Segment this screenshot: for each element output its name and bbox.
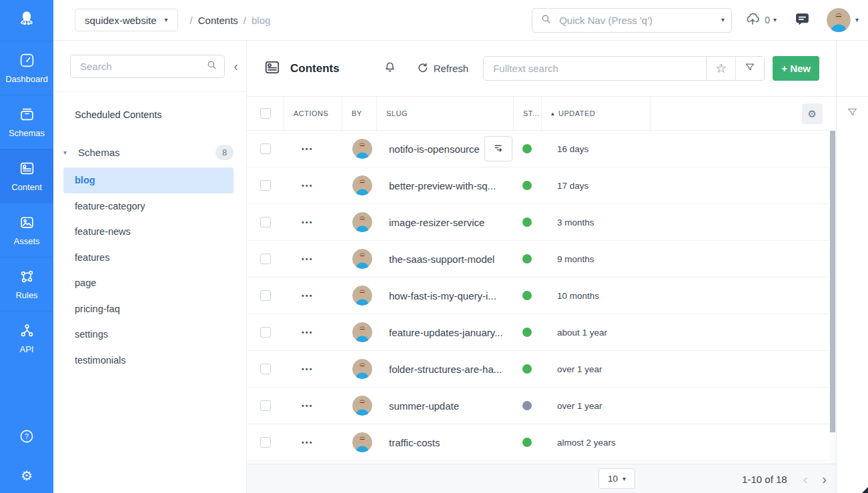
avatar <box>352 212 372 232</box>
header-actions: ACTIONS <box>284 97 342 130</box>
schema-item-label: testimonials <box>75 355 126 366</box>
schema-list-item[interactable]: feature-category <box>63 193 234 219</box>
schema-panel-body: Scheduled Contents ▾ Schemas 8 blogfeatu… <box>53 92 246 373</box>
row-checkbox[interactable] <box>260 290 271 301</box>
row-actions-menu[interactable]: ••• <box>284 255 314 263</box>
column-settings-button[interactable]: ⚙ <box>802 103 823 124</box>
table-row[interactable]: ••• how-fast-is-my-query-i... <box>247 278 829 314</box>
row-checkbox-cell <box>247 388 284 424</box>
row-checkbox[interactable] <box>260 143 271 154</box>
sidebar-item-rules[interactable]: Rules <box>0 257 53 311</box>
table-row[interactable]: ••• better-preview-with-sq... <box>247 167 829 204</box>
schema-item-label: pricing-faq <box>75 304 120 314</box>
row-slug-cell: the-saas-support-model <box>377 241 514 277</box>
schema-list-item[interactable]: feature-news <box>63 219 234 245</box>
sidebar-item-schemas[interactable]: Schemas <box>0 95 53 149</box>
table-row[interactable]: ••• notifo-is-opensource <box>247 131 829 167</box>
sidebar-item-content[interactable]: Content <box>0 149 53 203</box>
breadcrumb-section[interactable]: Contents <box>198 15 238 26</box>
collapse-panel-chevron[interactable]: ‹ <box>234 59 238 73</box>
table-row[interactable]: ••• the-saas-support-model <box>247 241 829 278</box>
scheduled-contents-link[interactable]: Scheduled Contents <box>63 109 234 120</box>
header-slug[interactable]: SLUG <box>377 97 514 130</box>
row-checkbox[interactable] <box>260 327 271 338</box>
fulltext-search-box[interactable] <box>483 56 707 81</box>
sidebar-item-assets[interactable]: Assets <box>0 203 53 257</box>
avatar <box>352 286 372 306</box>
sidebar-item-api[interactable]: API <box>0 311 53 365</box>
table-footer: 10 ▾ 1-10 of 18 ‹ › <box>247 464 836 493</box>
table-row[interactable]: ••• traffic-costs <box>247 424 829 461</box>
table-row[interactable]: ••• image-resizer-service <box>247 204 829 241</box>
row-actions-menu[interactable]: ••• <box>284 328 314 336</box>
schema-search-box[interactable] <box>70 55 225 78</box>
table-row[interactable]: ••• feature-updates-january... <box>247 314 829 351</box>
row-actions-menu[interactable]: ••• <box>284 438 314 446</box>
settings-gear-icon[interactable]: ⚙ <box>21 469 33 482</box>
schema-search-input[interactable] <box>79 60 201 73</box>
rail-filter-button[interactable] <box>845 106 861 121</box>
quick-nav-search[interactable]: ▾ <box>532 8 732 33</box>
fulltext-search-input[interactable] <box>492 62 698 75</box>
scrollbar-thumb[interactable] <box>830 131 835 432</box>
app-selector-dropdown[interactable]: squidex-website ▾ <box>75 9 178 31</box>
schema-list-item[interactable]: settings <box>63 322 234 348</box>
next-page-chevron[interactable]: › <box>822 472 827 486</box>
schema-list-item[interactable]: blog <box>63 167 234 193</box>
row-actions-cell: ••• <box>284 167 342 203</box>
schemas-count-badge: 8 <box>215 145 234 160</box>
squid-icon <box>17 9 37 32</box>
row-actions-menu[interactable]: ••• <box>284 402 314 410</box>
new-content-button[interactable]: + New <box>773 56 819 81</box>
status-dot <box>522 144 532 153</box>
window-resize-corner <box>862 487 868 493</box>
header-status[interactable]: ST... <box>514 97 542 130</box>
schema-list-item[interactable]: features <box>63 245 234 271</box>
notifications-bell-button[interactable] <box>384 60 396 77</box>
row-updated-cell: 3 months <box>542 204 650 240</box>
help-icon[interactable]: ? <box>19 428 35 447</box>
row-actions-menu[interactable]: ••• <box>284 181 314 189</box>
saved-queries-star-button[interactable]: ☆ <box>707 57 735 80</box>
row-checkbox[interactable] <box>260 217 271 227</box>
row-checkbox[interactable] <box>260 364 271 374</box>
page-size-select[interactable]: 10 ▾ <box>598 468 635 489</box>
refresh-button[interactable]: Refresh <box>416 61 469 75</box>
upload-status-dropdown[interactable]: 0 ▾ <box>744 11 777 29</box>
filter-button[interactable] <box>735 57 764 80</box>
feedback-chat-button[interactable] <box>794 11 811 30</box>
row-updated-cell: 9 months <box>542 241 650 277</box>
status-dot <box>522 291 532 300</box>
row-checkbox[interactable] <box>260 400 271 411</box>
row-actions-menu[interactable]: ••• <box>284 365 314 373</box>
schema-list-item[interactable]: testimonials <box>63 348 234 374</box>
row-actions-menu[interactable]: ••• <box>284 218 314 226</box>
squidex-logo[interactable] <box>0 0 53 41</box>
select-all-checkbox[interactable] <box>260 108 271 119</box>
status-dot <box>522 438 532 447</box>
row-actions-cell: ••• <box>284 424 342 460</box>
row-slug-cell: summer-update <box>377 388 514 424</box>
table-row[interactable]: ••• summer-update <box>247 388 829 424</box>
row-checkbox[interactable] <box>260 437 271 448</box>
table-row[interactable]: ••• folder-structures-are-ha... <box>247 351 829 388</box>
inline-edit-button[interactable] <box>484 136 512 161</box>
row-slug: notifo-is-opensource <box>389 143 480 155</box>
user-menu[interactable]: ▾ <box>827 8 868 32</box>
schema-item-label: blog <box>75 175 95 185</box>
previous-page-chevron[interactable]: ‹ <box>803 472 808 486</box>
schema-list-item[interactable]: page <box>63 270 234 296</box>
sidebar-item-dashboard[interactable]: Dashboard <box>0 41 53 95</box>
vertical-scrollbar[interactable] <box>829 131 836 464</box>
row-checkbox[interactable] <box>260 254 271 264</box>
header-updated[interactable]: ▴ UPDATED <box>542 97 650 130</box>
schemas-group-toggle[interactable]: ▾ Schemas 8 <box>63 145 234 160</box>
row-status-cell <box>514 204 542 240</box>
row-actions-menu[interactable]: ••• <box>284 145 314 153</box>
row-actions-menu[interactable]: ••• <box>284 292 314 300</box>
row-slug: folder-structures-are-ha... <box>389 364 502 375</box>
quick-nav-input[interactable] <box>558 14 715 27</box>
row-checkbox[interactable] <box>260 180 271 191</box>
chevron-down-icon[interactable]: ▾ <box>721 17 725 23</box>
schema-list-item[interactable]: pricing-faq <box>63 296 234 322</box>
